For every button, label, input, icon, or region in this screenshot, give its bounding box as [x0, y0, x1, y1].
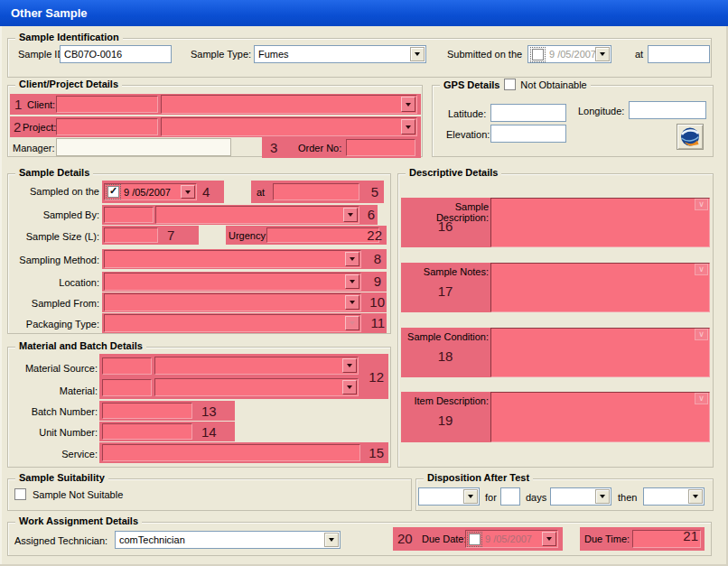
- dropdown-button[interactable]: [401, 119, 415, 135]
- dropdown-button[interactable]: [324, 533, 339, 547]
- packaging-type-label: Packaging Type:: [0, 319, 99, 329]
- disposition-days-field[interactable]: [500, 487, 520, 506]
- order-no-field[interactable]: [346, 139, 415, 156]
- material-combo[interactable]: [154, 378, 359, 396]
- dropdown-button[interactable]: [181, 185, 195, 199]
- project-combo[interactable]: [161, 117, 417, 136]
- dropdown-button[interactable]: [345, 274, 359, 289]
- dropdown-button[interactable]: [595, 489, 610, 504]
- elevation-field[interactable]: [490, 125, 566, 143]
- annotation-16: 16: [419, 219, 471, 233]
- dropdown-button[interactable]: [345, 295, 359, 310]
- sampled-on-checkbox[interactable]: [107, 186, 119, 198]
- gps-not-obtainable-checkbox[interactable]: [504, 79, 516, 90]
- sample-id-field[interactable]: CB07O-0016: [60, 45, 172, 63]
- service-field[interactable]: [102, 444, 360, 461]
- sample-size-field[interactable]: [104, 227, 158, 243]
- longitude-label: Longitude:: [578, 106, 624, 116]
- item-description-textarea[interactable]: [490, 392, 710, 442]
- dropdown-button[interactable]: [342, 380, 357, 394]
- dropdown-button[interactable]: [463, 489, 478, 504]
- urgency-field[interactable]: [266, 227, 379, 243]
- disposition-combo-2[interactable]: [550, 487, 611, 506]
- unit-number-field[interactable]: [102, 423, 192, 440]
- batch-number-field[interactable]: [102, 403, 192, 419]
- due-date-value: 9 /05/2007: [485, 534, 532, 544]
- location-highlight: 9: [102, 272, 387, 292]
- due-date-checkbox[interactable]: [469, 534, 481, 545]
- disposition-combo-3[interactable]: [643, 487, 705, 506]
- annotation-12: 12: [369, 370, 384, 384]
- sampled-by-highlight: 6: [102, 205, 378, 225]
- client-code-field[interactable]: [56, 96, 158, 113]
- dropdown-arrow-icon: [468, 495, 473, 498]
- material-source-combo[interactable]: [154, 357, 359, 375]
- submitted-at-field[interactable]: [648, 45, 710, 63]
- submitted-date-checkbox[interactable]: [532, 49, 544, 60]
- sampled-from-highlight: 10: [102, 292, 387, 312]
- service-highlight: 15: [99, 442, 388, 463]
- dropdown-button[interactable]: [401, 97, 415, 112]
- annotation-17: 17: [419, 284, 471, 298]
- sampled-from-combo[interactable]: [104, 293, 361, 311]
- material-highlight: 12: [99, 354, 388, 399]
- sample-condition-highlight: Sample Condition: 18: [401, 328, 710, 377]
- sampled-on-date-picker[interactable]: 9 /05/2007: [104, 183, 197, 200]
- dropdown-button[interactable]: [342, 358, 357, 373]
- manager-label: Manager:: [13, 143, 54, 153]
- dropdown-arrow-icon: [406, 103, 411, 107]
- sample-condition-textarea[interactable]: [490, 328, 710, 377]
- group-title-sample-suitability: Sample Suitability: [19, 472, 105, 483]
- annotation-11: 11: [370, 316, 385, 329]
- dropdown-arrow-icon: [600, 495, 605, 498]
- sampled-at-field[interactable]: [273, 183, 359, 200]
- due-date-picker[interactable]: 9 /05/2007: [465, 530, 558, 548]
- sample-notes-label: Sample Notes:: [401, 266, 489, 277]
- material-code-field[interactable]: [102, 379, 152, 396]
- sample-size-highlight: 7: [102, 226, 199, 245]
- scroll-down-icon[interactable]: [695, 264, 708, 275]
- sample-not-suitable-checkbox[interactable]: [14, 488, 26, 500]
- title-bar: Other Sample: [0, 0, 728, 26]
- dropdown-button[interactable]: [345, 252, 359, 266]
- annotation-3: 3: [270, 141, 277, 154]
- submitted-at-label: at: [635, 49, 643, 60]
- gps-globe-button[interactable]: [677, 124, 704, 150]
- project-code-field[interactable]: [56, 118, 158, 135]
- sample-type-combo[interactable]: Fumes: [254, 45, 426, 63]
- dropdown-button[interactable]: [343, 208, 358, 222]
- packaging-type-combo: [104, 314, 361, 332]
- dropdown-button[interactable]: [410, 47, 425, 61]
- latitude-field[interactable]: [490, 104, 566, 122]
- dropdown-button[interactable]: [688, 489, 703, 504]
- service-label: Service:: [0, 449, 98, 459]
- material-source-code-field[interactable]: [102, 357, 152, 375]
- annotation-21: 21: [683, 529, 698, 543]
- sampling-method-combo[interactable]: [104, 250, 361, 268]
- dropdown-button[interactable]: [595, 47, 610, 61]
- dropdown-button[interactable]: [542, 532, 556, 546]
- disposition-combo-1[interactable]: [418, 487, 480, 506]
- due-time-label: Due Time:: [584, 534, 630, 544]
- sample-notes-textarea[interactable]: [490, 263, 710, 312]
- sample-description-textarea[interactable]: [490, 198, 710, 247]
- dropdown-arrow-icon: [350, 301, 355, 304]
- sampled-by-code-field[interactable]: [104, 207, 154, 223]
- location-combo[interactable]: [104, 273, 361, 291]
- annotation-5: 5: [371, 185, 378, 199]
- assigned-technician-combo[interactable]: comTechnician: [115, 531, 341, 549]
- longitude-field[interactable]: [629, 101, 706, 119]
- submitted-date-picker[interactable]: 9 /05/2007: [527, 45, 611, 63]
- unit-number-highlight: 14: [99, 422, 235, 441]
- annotation-13: 13: [201, 404, 217, 418]
- sampled-at-highlight: at 5: [251, 181, 384, 203]
- scroll-down-icon[interactable]: [695, 199, 708, 210]
- client-combo[interactable]: [161, 95, 417, 114]
- dropdown-arrow-icon: [348, 213, 353, 217]
- dropdown-arrow-icon: [329, 538, 334, 542]
- window-title: Other Sample: [11, 6, 88, 20]
- scroll-down-icon[interactable]: [695, 329, 708, 340]
- sampled-by-combo[interactable]: [155, 206, 359, 224]
- annotation-6: 6: [368, 208, 375, 221]
- scroll-down-icon[interactable]: [695, 393, 708, 404]
